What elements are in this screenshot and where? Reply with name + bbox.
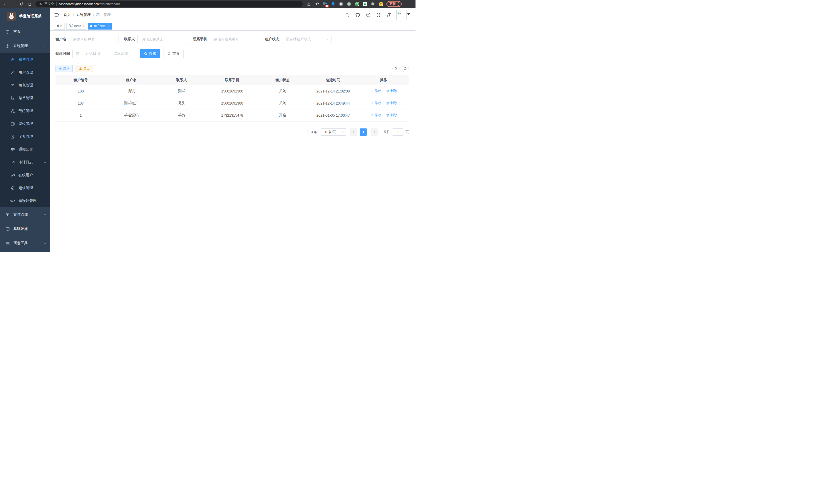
forward-icon[interactable]: → xyxy=(11,2,16,7)
search-icon xyxy=(144,52,147,56)
mobile-input[interactable] xyxy=(210,35,259,44)
sidebar-item-user[interactable]: 用户管理 xyxy=(0,66,50,79)
trash-icon xyxy=(386,89,389,93)
table-row: 108测试测试15601691300关闭2021-12-14 21:02:09修… xyxy=(56,85,409,97)
users-icon xyxy=(10,57,15,62)
cell-id: 1 xyxy=(56,109,106,121)
avatar-dropdown-caret-icon[interactable] xyxy=(407,13,410,17)
tab-租户管理[interactable]: 租户管理× xyxy=(88,23,112,30)
extension-y-icon[interactable]: Y xyxy=(354,2,360,6)
chrome-menu-icon[interactable] xyxy=(398,2,399,6)
create-time-range-picker[interactable]: 开始日期 - 结束日期 xyxy=(73,49,134,58)
reset-button[interactable]: 重置 xyxy=(163,49,184,58)
sidebar-item-dev-tool[interactable]: 研发工具 xyxy=(0,236,50,250)
navbar: 首页/系统管理/租户管理 TT xyxy=(50,8,416,22)
delete-link[interactable]: 删除 xyxy=(386,89,397,93)
extension-chat-icon[interactable] xyxy=(363,2,368,6)
tab-部门管理[interactable]: 部门管理× xyxy=(66,23,86,30)
pen-icon xyxy=(370,114,374,117)
fullscreen-icon[interactable] xyxy=(376,12,381,18)
divider xyxy=(56,2,57,6)
font-size-icon[interactable]: TT xyxy=(386,12,391,18)
reload-icon[interactable] xyxy=(19,2,24,7)
sidebar-item-sms[interactable]: 短信管理 xyxy=(0,182,50,195)
monitor-icon xyxy=(5,227,10,231)
tenant-name-input[interactable] xyxy=(69,35,118,44)
next-page-button[interactable] xyxy=(371,128,378,136)
cell-created: 2021-01-05 17:03:47 xyxy=(308,109,358,121)
export-button[interactable]: 导出 xyxy=(76,65,93,72)
sidebar-item-home[interactable]: 首页 xyxy=(0,24,50,39)
profile-avatar-icon[interactable] xyxy=(378,2,383,6)
bookmark-star-icon[interactable] xyxy=(315,2,320,7)
sidebar-item-label: 租户管理 xyxy=(19,57,47,62)
sidebar-item-online-user[interactable]: 在线用户 xyxy=(0,169,50,182)
share-icon[interactable] xyxy=(306,2,311,7)
breadcrumb-item[interactable]: 系统管理 xyxy=(76,12,91,17)
tab-首页[interactable]: 首页 xyxy=(54,23,65,30)
contact-input[interactable] xyxy=(138,35,187,44)
cell-actions: 修改删除 xyxy=(359,109,409,121)
extension-grid-icon[interactable]: 10 xyxy=(323,2,327,6)
header-search-icon[interactable] xyxy=(345,12,350,18)
toggle-search-button[interactable] xyxy=(392,65,400,72)
dict-icon xyxy=(10,135,15,139)
prev-page-button[interactable] xyxy=(350,128,357,136)
search-button[interactable]: 搜索 xyxy=(140,49,160,58)
sidebar-item-menu[interactable]: 菜单管理 xyxy=(0,92,50,105)
mobile-label: 联系手机 xyxy=(193,37,207,41)
extension-balloon-icon[interactable] xyxy=(331,2,336,6)
tenant-status-select[interactable]: 请选择租户状态 xyxy=(282,35,332,44)
sidebar-item-dept[interactable]: 部门管理 xyxy=(0,105,50,117)
extensions-puzzle-icon[interactable] xyxy=(371,2,375,6)
delete-link[interactable]: 删除 xyxy=(386,101,397,105)
sidebar-item-notice[interactable]: 通知公告 xyxy=(0,143,50,156)
page-suffix: 页 xyxy=(405,130,409,135)
delete-link[interactable]: 删除 xyxy=(386,113,397,117)
edit-link[interactable]: 修改 xyxy=(370,113,381,117)
hamburger-icon[interactable] xyxy=(54,12,59,18)
edit-link[interactable]: 修改 xyxy=(370,101,381,105)
help-icon[interactable] xyxy=(366,12,371,18)
sidebar-item-error-code[interactable]: </>错误码管理 xyxy=(0,195,50,207)
sidebar-logo[interactable]: 芋道管理系统 xyxy=(0,8,50,24)
tab-close-icon[interactable]: × xyxy=(83,25,84,28)
sidebar-item-tenant[interactable]: 租户管理 xyxy=(0,53,50,66)
extension-circle-icon[interactable] xyxy=(347,2,351,6)
breadcrumb-separator: / xyxy=(93,13,94,17)
page-size-select[interactable]: 10条/页 xyxy=(321,128,346,136)
chrome-update-button[interactable]: 更新 xyxy=(386,1,402,7)
sidebar-item-dict[interactable]: 字典管理 xyxy=(0,130,50,143)
cell-mobile: 17321315478 xyxy=(207,109,257,121)
dashboard-icon xyxy=(5,29,10,34)
add-button[interactable]: 新增 xyxy=(56,65,73,72)
range-separator: - xyxy=(106,52,107,56)
table-row: 107测试租户秃头15601691300关闭2021-12-14 20:49:4… xyxy=(56,97,409,109)
goto-page-input[interactable] xyxy=(392,128,403,136)
page-number-button[interactable]: 1 xyxy=(360,128,367,136)
goto-label: 前往 xyxy=(383,130,390,135)
sidebar-item-role[interactable]: 角色管理 xyxy=(0,79,50,92)
avatar[interactable] xyxy=(397,10,407,20)
address-bar[interactable]: 不安全 dashboard.yudao.iocoder.cn/system/te… xyxy=(35,1,303,7)
back-icon[interactable]: ← xyxy=(3,2,8,7)
column-header: 租户名 xyxy=(106,75,156,85)
cell-name: 芋道源码 xyxy=(106,109,156,121)
edit-link[interactable]: 修改 xyxy=(370,89,381,93)
tab-close-icon[interactable]: × xyxy=(108,25,109,28)
refresh-table-button[interactable] xyxy=(402,65,409,72)
sidebar-item-post[interactable]: 岗位管理 xyxy=(0,117,50,130)
cell-name: 测试租户 xyxy=(106,97,156,109)
sidebar-item-audit-log[interactable]: 审计日志 xyxy=(0,156,50,169)
cell-contact: 芋艿 xyxy=(156,109,207,121)
create-time-label: 创建时间 xyxy=(56,51,70,56)
calendar-icon xyxy=(75,52,79,56)
sidebar-item-infra[interactable]: 基础设施 xyxy=(0,222,50,236)
breadcrumb-item[interactable]: 首页 xyxy=(63,12,71,17)
home-icon[interactable] xyxy=(27,2,32,7)
sidebar-item-system[interactable]: 系统管理 xyxy=(0,39,50,53)
log-icon xyxy=(10,160,15,165)
sidebar-item-pay[interactable]: ¥支付管理 xyxy=(0,207,50,222)
github-icon[interactable] xyxy=(355,12,360,18)
extension-command-icon[interactable] xyxy=(339,2,344,6)
